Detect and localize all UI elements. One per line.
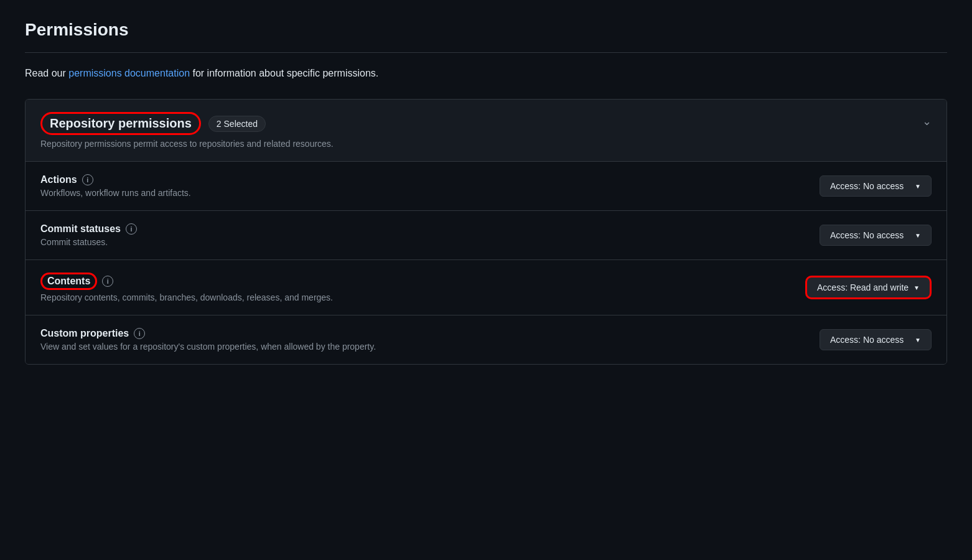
permission-title-row-actions: Actions i (40, 174, 191, 185)
repository-permissions-header: Repository permissions 2 Selected Reposi… (26, 100, 946, 162)
access-label-custom-properties: Access: No access (830, 335, 904, 345)
dropdown-arrow-custom-properties: ▼ (915, 337, 921, 343)
permissions-documentation-link[interactable]: permissions documentation (68, 68, 190, 78)
intro-prefix: Read our (25, 68, 68, 78)
dropdown-arrow-actions: ▼ (915, 183, 921, 190)
info-icon-commit-statuses[interactable]: i (126, 223, 137, 235)
dropdown-arrow-contents: ▼ (914, 284, 920, 291)
info-icon-actions[interactable]: i (82, 174, 93, 185)
dropdown-arrow-commit-statuses: ▼ (915, 232, 921, 239)
section-header-right[interactable]: ⌄ (922, 114, 932, 128)
repository-permissions-card: Repository permissions 2 Selected Reposi… (25, 99, 947, 365)
selected-badge: 2 Selected (208, 116, 266, 132)
permission-right-custom-properties: Access: No access ▼ (820, 329, 932, 350)
permission-title-actions: Actions (40, 174, 77, 185)
permission-desc-commit-statuses: Commit statuses. (40, 237, 137, 247)
access-dropdown-commit-statuses[interactable]: Access: No access ▼ (820, 225, 932, 246)
permission-right-contents: Access: Read and write ▼ (805, 276, 932, 299)
permission-row-custom-properties: Custom properties i View and set values … (26, 315, 946, 364)
access-label-commit-statuses: Access: No access (830, 230, 904, 240)
permission-title-row-custom-properties: Custom properties i (40, 328, 376, 339)
access-label-contents: Access: Read and write (817, 282, 909, 292)
permission-left-custom-properties: Custom properties i View and set values … (40, 328, 376, 352)
access-label-actions: Access: No access (830, 181, 904, 191)
section-header-left: Repository permissions 2 Selected Reposi… (40, 112, 334, 149)
permission-title-row-contents: Contents i (40, 273, 333, 290)
access-dropdown-custom-properties[interactable]: Access: No access ▼ (820, 329, 932, 350)
divider (25, 52, 947, 53)
permission-right-commit-statuses: Access: No access ▼ (820, 225, 932, 246)
permission-desc-contents: Repository contents, commits, branches, … (40, 292, 333, 302)
permission-row-commit-statuses: Commit statuses i Commit statuses. Acces… (26, 211, 946, 260)
permission-left-contents: Contents i Repository contents, commits,… (40, 273, 333, 302)
permission-desc-custom-properties: View and set values for a repository's c… (40, 342, 376, 352)
permission-title-commit-statuses: Commit statuses (40, 223, 121, 235)
permission-title-contents: Contents (40, 273, 97, 290)
permission-title-custom-properties: Custom properties (40, 328, 129, 339)
chevron-down-icon[interactable]: ⌄ (922, 114, 932, 128)
intro-text: Read our permissions documentation for i… (25, 68, 947, 79)
permission-row-contents: Contents i Repository contents, commits,… (26, 260, 946, 315)
access-dropdown-contents[interactable]: Access: Read and write ▼ (805, 276, 932, 299)
page-container: Permissions Read our permissions documen… (0, 0, 972, 385)
permission-left-commit-statuses: Commit statuses i Commit statuses. (40, 223, 137, 247)
access-dropdown-actions[interactable]: Access: No access ▼ (820, 175, 932, 197)
info-icon-custom-properties[interactable]: i (134, 328, 145, 339)
permission-title-row-commit-statuses: Commit statuses i (40, 223, 137, 235)
permission-row-actions: Actions i Workflows, workflow runs and a… (26, 162, 946, 211)
permission-right-actions: Access: No access ▼ (820, 175, 932, 197)
repository-permissions-description: Repository permissions permit access to … (40, 139, 334, 149)
section-header-title-row: Repository permissions 2 Selected (40, 112, 334, 135)
page-title: Permissions (25, 20, 947, 40)
permission-desc-actions: Workflows, workflow runs and artifacts. (40, 188, 191, 198)
repository-permissions-title: Repository permissions (40, 112, 201, 135)
intro-suffix: for information about specific permissio… (190, 68, 378, 78)
info-icon-contents[interactable]: i (102, 276, 113, 287)
permission-left-actions: Actions i Workflows, workflow runs and a… (40, 174, 191, 198)
